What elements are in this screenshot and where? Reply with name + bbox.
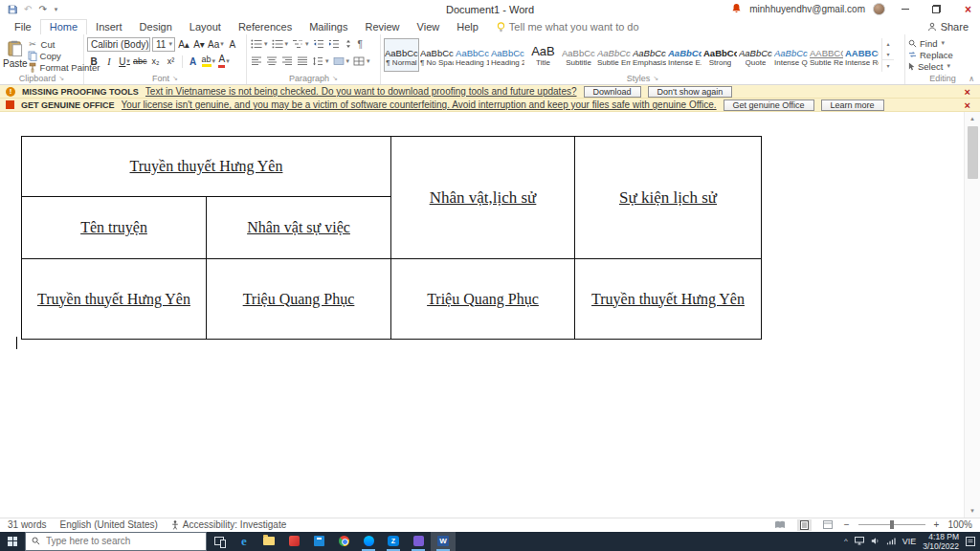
scroll-down-icon[interactable]: ▾ (965, 504, 980, 518)
zoom-in-icon[interactable]: + (934, 519, 940, 530)
styles-dialog-launcher[interactable]: ↘ (653, 75, 658, 82)
multilevel-list-button[interactable]: ▾ (291, 37, 310, 52)
tab-mailings[interactable]: Mailings (301, 20, 356, 34)
web-layout-button[interactable] (820, 519, 835, 530)
style-quote[interactable]: AaBbCcDQuote (738, 38, 773, 72)
cell-characters-header[interactable]: Nhân vật,lịch sử (391, 137, 575, 259)
sort-button[interactable] (343, 37, 355, 52)
store-button[interactable] (306, 532, 331, 551)
download-button[interactable]: Download (584, 86, 641, 98)
zoom-slider[interactable] (858, 524, 925, 525)
italic-button[interactable]: I (102, 55, 116, 69)
cell-row-character[interactable]: Triệu Quang Phục (207, 259, 391, 340)
justify-button[interactable] (296, 55, 309, 69)
gallery-more-icon[interactable]: ▾ (882, 59, 894, 71)
style-intense-reference[interactable]: AABBCCDIntense Re... (844, 38, 880, 72)
cell-story-name-header[interactable]: Tên truyện (22, 197, 207, 259)
file-explorer-button[interactable] (256, 532, 281, 551)
taskbar-search[interactable] (25, 532, 207, 551)
style-title[interactable]: AaBTitle (525, 38, 561, 72)
align-right-button[interactable] (280, 55, 294, 69)
style-heading-1[interactable]: AaBbCcHeading 1 (455, 38, 490, 72)
font-size-combo[interactable]: 11▾ (152, 37, 175, 52)
style-intense-quote[interactable]: AaBbCcDIntense Q... (773, 38, 809, 72)
cell-row-event[interactable]: Truyền thuyết Hưng Yên (575, 259, 762, 340)
gallery-up-icon[interactable]: ▴ (882, 38, 894, 49)
cell-character-event-header[interactable]: Nhân vật sự việc (207, 197, 391, 259)
subscript-button[interactable]: x₂ (149, 55, 163, 69)
dont-show-again-button[interactable]: Don't show again (648, 86, 733, 98)
minimize-button[interactable] (893, 0, 917, 18)
highlight-color-button[interactable]: ab▾ (202, 55, 216, 69)
start-button[interactable] (0, 532, 25, 551)
input-language[interactable]: VIE (902, 537, 917, 546)
scroll-up-icon[interactable]: ▴ (965, 112, 980, 125)
superscript-button[interactable]: x² (165, 55, 178, 69)
tab-home[interactable]: Home (40, 19, 87, 34)
zoom-out-icon[interactable]: − (844, 519, 850, 530)
bullets-button[interactable]: ▾ (250, 37, 269, 52)
proofing-message-link[interactable]: Text in Vietnamese is not being checked.… (145, 86, 577, 97)
language-status[interactable]: English (United States) (60, 519, 158, 530)
document-page[interactable]: Truyền thuyết Hưng Yên Nhân vật,lịch sử … (0, 112, 964, 518)
align-left-button[interactable] (250, 55, 263, 69)
action-center-button[interactable] (966, 537, 975, 546)
tab-review[interactable]: Review (357, 20, 409, 34)
chrome-button[interactable] (331, 532, 356, 551)
edge-taskbar-button[interactable]: e (232, 532, 256, 551)
font-dialog-launcher[interactable]: ↘ (172, 75, 178, 82)
close-genuine-bar-icon[interactable]: × (961, 99, 974, 111)
underline-button[interactable]: U▾ (118, 55, 131, 69)
borders-button[interactable]: ▾ (352, 55, 371, 69)
text-effects-button[interactable]: A (187, 55, 200, 69)
network-tray-icon[interactable] (886, 537, 896, 545)
word-taskbar-button[interactable]: W (431, 532, 456, 551)
cell-events-header[interactable]: Sự kiện lịch sử (575, 137, 762, 259)
style-no-spacing[interactable]: AaBbCcDc¶ No Spac... (419, 38, 455, 72)
tray-expand-icon[interactable]: ^ (844, 537, 848, 545)
undo-button[interactable]: ↶ (24, 5, 32, 14)
replace-button[interactable]: Replace (908, 49, 953, 60)
volume-tray-icon[interactable] (871, 537, 880, 545)
find-button[interactable]: Find ▾ (908, 37, 953, 49)
style-intense-emphasis[interactable]: AaBbCcDIntense E... (667, 38, 702, 72)
numbering-button[interactable]: ▾ (271, 37, 290, 52)
taskbar-app-red-button[interactable] (281, 532, 306, 551)
paste-button[interactable]: Paste (3, 36, 28, 73)
gallery-down-icon[interactable]: ▾ (882, 49, 894, 59)
tab-references[interactable]: References (230, 20, 301, 34)
font-color-button[interactable]: A▾ (217, 55, 231, 69)
tab-file[interactable]: File (6, 20, 40, 34)
word-count[interactable]: 31 words (8, 519, 47, 530)
cell-row-story[interactable]: Truyền thuyết Hưng Yên (22, 259, 207, 340)
notification-bell-icon[interactable] (731, 3, 742, 15)
tell-me-box[interactable]: Tell me what you want to do (487, 21, 649, 34)
tab-view[interactable]: View (409, 20, 449, 34)
style-subtle-emphasis[interactable]: AaBbCcDSubtle Em... (596, 38, 632, 72)
zoom-slider-thumb[interactable] (890, 520, 894, 529)
style-heading-2[interactable]: AaBbCcEHeading 2 (490, 38, 525, 72)
strikethrough-button[interactable]: abc (133, 55, 147, 69)
grow-font-button[interactable]: A▴ (177, 37, 190, 52)
style-emphasis[interactable]: AaBbCcDEmphasis (632, 38, 667, 72)
search-input[interactable] (46, 536, 189, 546)
decrease-indent-button[interactable] (312, 37, 325, 52)
increase-indent-button[interactable] (327, 37, 341, 52)
change-case-button[interactable]: Aa▾ (208, 37, 224, 52)
collapse-ribbon-icon[interactable]: ∧ (969, 75, 974, 83)
tab-design[interactable]: Design (131, 20, 181, 34)
account-email[interactable]: minhhuyendhv@gmail.com (749, 4, 865, 14)
document-table[interactable]: Truyền thuyết Hưng Yên Nhân vật,lịch sử … (21, 136, 762, 340)
print-layout-button[interactable] (797, 519, 812, 531)
read-mode-button[interactable] (771, 519, 789, 530)
taskbar-clock[interactable]: 4:18 PM 3/10/2022 (923, 532, 959, 551)
clipboard-dialog-launcher[interactable]: ↘ (58, 75, 64, 82)
genuine-message-link[interactable]: Your license isn't genuine, and you may … (122, 99, 717, 110)
save-button[interactable] (8, 5, 17, 14)
redo-button[interactable]: ↷ (38, 5, 46, 14)
cell-row-character-2[interactable]: Triệu Quang Phục (391, 259, 575, 340)
vertical-scrollbar[interactable]: ▴ ▾ (964, 112, 980, 518)
tab-layout[interactable]: Layout (181, 20, 230, 34)
zalo-button[interactable]: Z (381, 532, 406, 551)
style-strong[interactable]: AaBbCcDStrong (702, 38, 738, 72)
